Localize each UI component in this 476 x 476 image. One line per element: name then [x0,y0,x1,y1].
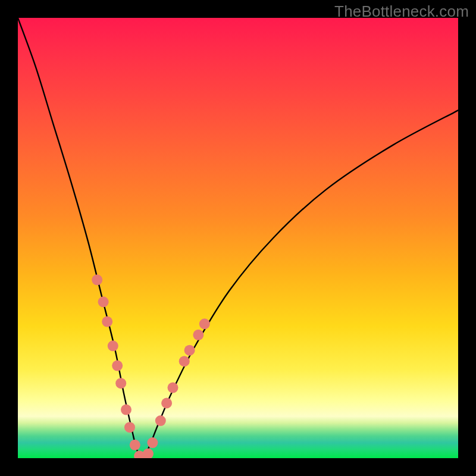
chart-svg [18,18,458,458]
data-point [115,378,126,389]
data-point [130,440,140,450]
data-point [124,422,135,433]
plot-area [18,18,458,458]
data-point [147,437,158,448]
data-point [143,449,154,458]
data-point [92,274,102,285]
marker-group [92,274,210,458]
data-point [98,296,109,307]
data-point [102,317,112,327]
data-point [193,330,203,340]
watermark-text: TheBottleneck.com [334,2,469,21]
data-point [155,415,166,426]
data-point [199,318,210,329]
chart-frame: TheBottleneck.com [0,0,476,476]
data-point [161,398,172,409]
data-point [112,361,123,371]
bottleneck-curve [18,18,458,458]
data-point [179,356,190,367]
data-point [108,340,118,351]
data-point [121,405,131,415]
data-point [168,383,178,393]
data-point [184,345,195,356]
